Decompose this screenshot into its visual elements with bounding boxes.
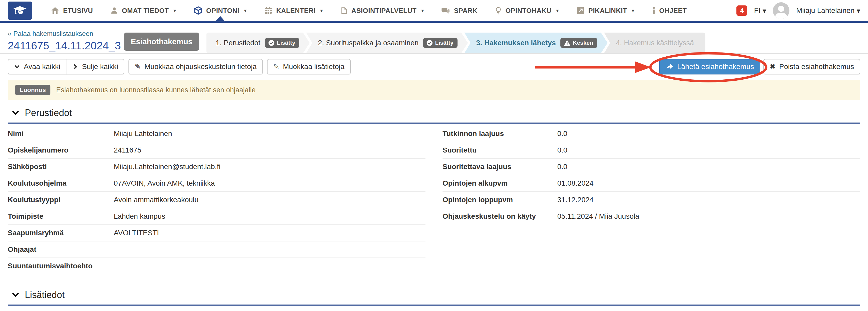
chevron-right-icon xyxy=(72,64,78,70)
nav-item-pikalinkit[interactable]: PIKALINKIT ▾ xyxy=(577,0,634,21)
field-value: 0.0 xyxy=(557,163,860,171)
language-label: FI xyxy=(754,6,761,15)
nav-label: ETUSIVU xyxy=(63,7,93,15)
back-to-applications-link[interactable]: « Palaa hakemuslistaukseen xyxy=(8,30,93,38)
table-row: Suoritettu0.0 xyxy=(442,142,860,158)
section-title: Perustiedot xyxy=(25,107,72,118)
field-label: Suuntautumisvaihtoehto xyxy=(8,262,114,270)
application-id: 2411675_14.11.2024_3 xyxy=(8,39,119,52)
language-selector[interactable]: FI ▾ xyxy=(754,6,766,15)
field-value: Miiaju Lahtelainen xyxy=(114,129,426,138)
nav-label: OHJEET xyxy=(659,7,686,15)
field-label: Ohjaajat xyxy=(8,245,114,254)
top-navbar: ETUSIVU OMAT TIEDOT ▾ OPINTONI ▾ xyxy=(0,0,868,23)
button-label: Muokkaa lisätietoja xyxy=(283,63,344,71)
step-3-hakemuksen-lahetys[interactable]: 3. Hakemuksen lähetys Kesken xyxy=(463,33,608,53)
chevron-down-icon: ▾ xyxy=(421,7,424,14)
status-badge-label: Lisätty xyxy=(277,39,295,46)
field-value: Miiaju.Lahtelainen@student.lab.fi xyxy=(114,163,426,171)
chevron-down-icon: ▾ xyxy=(857,6,860,15)
avatar[interactable] xyxy=(773,2,789,19)
step-4-hakemus-kasittelyssa: 4. Hakemus käsittelyssä xyxy=(602,33,705,53)
basic-info-right-table: Tutkinnon laajuus0.0 Suoritettu0.0 Suori… xyxy=(442,126,860,274)
external-link-icon xyxy=(577,6,585,15)
section-additional-info-toggle[interactable]: Lisätiedot xyxy=(8,289,860,306)
table-row: Opintojen alkupvm01.08.2024 xyxy=(442,175,860,191)
toolbar: Avaa kaikki Sulje kaikki ✎ Muokkaa ohjau… xyxy=(0,54,868,74)
chevron-down-icon: ▾ xyxy=(763,6,766,15)
step-2-suorituspaikka[interactable]: 2. Suorituspaikka ja osaaminen Lisätty xyxy=(305,33,468,53)
nav-item-opintoni[interactable]: OPINTONI ▾ xyxy=(194,0,247,21)
table-row: Tutkinnon laajuus0.0 xyxy=(442,126,860,142)
table-row: Opiskelijanumero2411675 xyxy=(8,142,426,158)
table-row: Ohjauskeskustelu on käyty05.11.2024 / Mi… xyxy=(442,208,860,224)
field-value: Lahden kampus xyxy=(114,212,426,220)
basic-info-tables: NimiMiiaju Lahtelainen Opiskelijanumero2… xyxy=(8,126,860,274)
chevron-down-icon xyxy=(12,291,19,298)
field-label: Tutkinnon laajuus xyxy=(442,129,557,138)
field-value: 05.11.2024 / Miia Juusola xyxy=(557,212,860,220)
nav-item-spark[interactable]: SPARK xyxy=(441,0,477,21)
nav-label: SPARK xyxy=(454,7,477,15)
table-row: SähköpostiMiiaju.Lahtelainen@student.lab… xyxy=(8,158,426,175)
field-label: Opintojen loppupvm xyxy=(442,196,557,204)
nav-item-omat-tiedot[interactable]: OMAT TIEDOT ▾ xyxy=(111,0,176,21)
nav-item-opintohaku[interactable]: OPINTOHAKU ▾ xyxy=(495,0,559,21)
home-icon xyxy=(51,6,59,15)
button-label: Poista esiahothakemus xyxy=(779,63,854,71)
field-value: 07AVOIN, Avoin AMK, tekniikka xyxy=(114,179,426,187)
user-name: Miiaju Lahtelainen xyxy=(796,6,855,15)
notification-badge[interactable]: 4 xyxy=(737,5,747,16)
send-application-button[interactable]: Lähetä esiahothakemus xyxy=(659,59,760,74)
nav-item-etusivu[interactable]: ETUSIVU xyxy=(51,0,93,21)
delete-application-button[interactable]: ✖ Poista esiahothakemus xyxy=(763,59,860,74)
step-1-perustiedot[interactable]: 1. Perustiedot Lisätty xyxy=(206,33,310,53)
graduation-cap-icon xyxy=(10,3,29,18)
field-label: Sähköposti xyxy=(8,163,114,171)
status-badge: Lisätty xyxy=(423,38,458,48)
close-all-button[interactable]: Sulje kaikki xyxy=(66,59,124,74)
basic-info-left-table: NimiMiiaju Lahtelainen Opiskelijanumero2… xyxy=(8,126,426,274)
app-logo[interactable] xyxy=(8,2,32,20)
user-menu[interactable]: Miiaju Lahtelainen ▾ xyxy=(796,6,860,15)
section-basic-info: Perustiedot NimiMiiaju Lahtelainen Opisk… xyxy=(8,107,860,274)
table-row: NimiMiiaju Lahtelainen xyxy=(8,126,426,142)
step-label: 2. Suorituspaikka ja osaaminen xyxy=(318,39,418,47)
section-additional-info: Lisätiedot CampusOnline xyxy=(8,289,860,311)
step-label: 3. Hakemuksen lähetys xyxy=(476,39,556,47)
user-icon xyxy=(111,6,118,15)
document-icon xyxy=(340,6,348,15)
table-row: Koulutusohjelma07AVOIN, Avoin AMK, tekni… xyxy=(8,175,426,191)
table-row: Suoritettava laajuus0.0 xyxy=(442,158,860,175)
form-title-badge: Esiahothakemus xyxy=(124,33,199,51)
comments-icon xyxy=(441,6,450,15)
field-value: AVOLTITESTI xyxy=(114,229,426,237)
field-label: Opiskelijanumero xyxy=(8,146,114,154)
field-value: Avoin ammattikorkeakoulu xyxy=(114,196,426,204)
button-label: Lähetä esiahothakemus xyxy=(677,63,754,71)
draft-status-badge: Luonnos xyxy=(15,85,51,95)
edit-guidance-discussion-button[interactable]: ✎ Muokkaa ohjauskeskustelun tietoja xyxy=(128,59,263,74)
section-basic-info-toggle[interactable]: Perustiedot xyxy=(8,107,860,124)
nav-item-asiointipalvelut[interactable]: ASIOINTIPALVELUT ▾ xyxy=(340,0,424,21)
open-all-button[interactable]: Avaa kaikki xyxy=(8,59,66,74)
nav-item-ohjeet[interactable]: OHJEET xyxy=(652,0,686,21)
edit-additional-info-button[interactable]: ✎ Muokkaa lisätietoja xyxy=(267,59,351,74)
nav-item-kalenteri[interactable]: KALENTERI ▾ xyxy=(264,0,323,21)
table-row: SaapumisryhmäAVOLTITESTI xyxy=(8,224,426,241)
chevron-down-icon: ▾ xyxy=(244,7,247,14)
chevron-down-icon: ▾ xyxy=(174,7,176,14)
nav-label: OPINTONI xyxy=(206,7,239,15)
chevron-down-icon: ▾ xyxy=(556,7,559,14)
step-label: 1. Perustiedot xyxy=(216,39,260,47)
field-label: Koulutustyyppi xyxy=(8,196,114,204)
nav-label: OMAT TIEDOT xyxy=(122,7,169,15)
field-label: Toimipiste xyxy=(8,212,114,220)
expand-collapse-group: Avaa kaikki Sulje kaikki xyxy=(8,59,124,74)
button-label: Muokkaa ohjauskeskustelun tietoja xyxy=(145,63,257,71)
draft-alert: Luonnos Esiahothakemus on luonnostilassa… xyxy=(8,80,860,100)
section-title: Lisätiedot xyxy=(25,289,65,301)
annotation-arrow-head xyxy=(636,62,651,73)
status-badge: Kesken xyxy=(560,38,597,48)
cube-icon xyxy=(194,6,203,15)
